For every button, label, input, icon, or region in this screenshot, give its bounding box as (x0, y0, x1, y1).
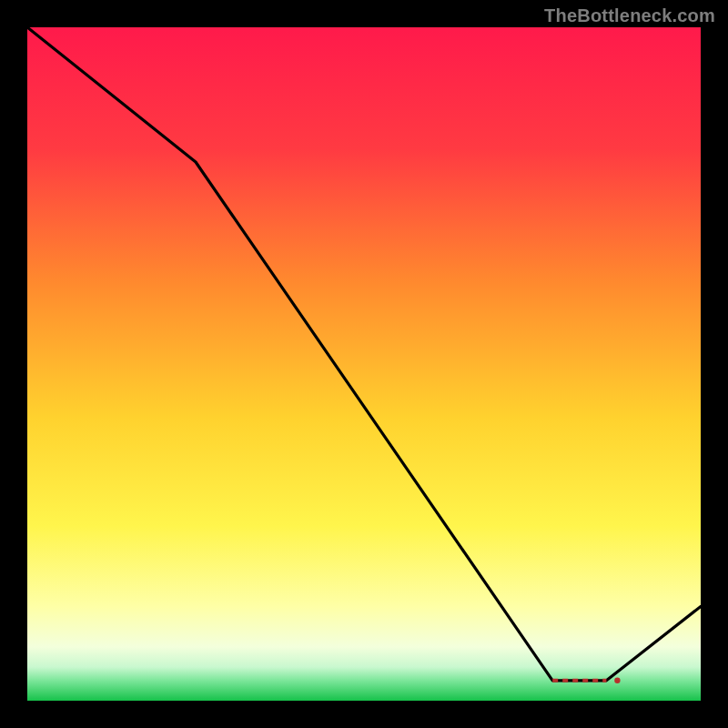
plateau-end-dot (614, 678, 620, 683)
watermark-text: TheBottleneck.com (544, 5, 715, 26)
data-line (27, 27, 701, 681)
chart-stage: TheBottleneck.com (0, 0, 728, 728)
chart-line-layer (27, 27, 701, 701)
plot-area (27, 27, 701, 701)
